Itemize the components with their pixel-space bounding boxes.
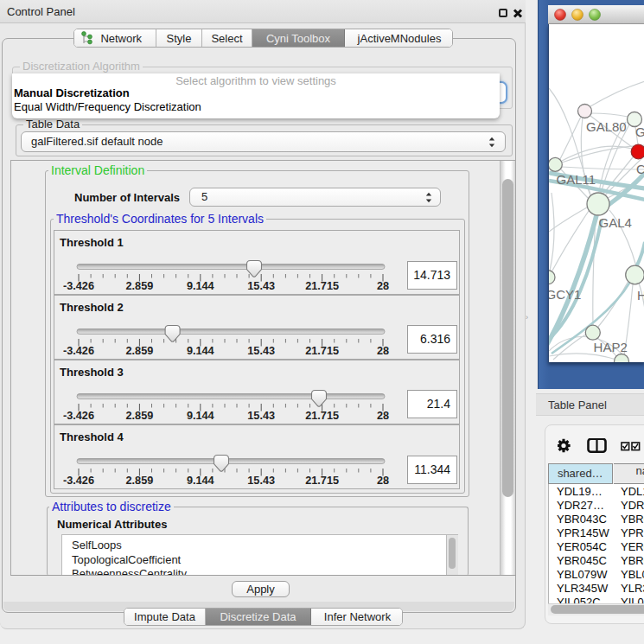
svg-text:21.715: 21.715	[305, 280, 339, 292]
svg-text:GA: GA	[635, 124, 644, 139]
svg-text:2.859: 2.859	[126, 410, 154, 422]
svg-text:15.43: 15.43	[247, 475, 275, 487]
svg-text:9.144: 9.144	[187, 280, 214, 292]
svg-text:-3.426: -3.426	[63, 410, 94, 422]
svg-text:28: 28	[377, 475, 389, 487]
svg-text:28: 28	[377, 345, 389, 357]
svg-text:GAL11: GAL11	[557, 172, 596, 187]
svg-text:15.43: 15.43	[247, 345, 275, 357]
svg-text:9.144: 9.144	[187, 345, 214, 357]
svg-text:GAL4: GAL4	[599, 215, 632, 230]
svg-text:-3.426: -3.426	[63, 280, 94, 292]
svg-text:2.859: 2.859	[126, 475, 154, 487]
svg-text:15.43: 15.43	[247, 280, 275, 292]
svg-text:15.43: 15.43	[247, 410, 275, 422]
svg-text:HAP2: HAP2	[594, 340, 628, 354]
svg-text:H: H	[637, 288, 644, 303]
svg-text:C: C	[636, 162, 644, 176]
svg-text:GCY1: GCY1	[549, 287, 581, 302]
svg-text:21.715: 21.715	[305, 345, 339, 357]
svg-text:2.859: 2.859	[126, 280, 154, 292]
svg-text:28: 28	[377, 280, 389, 292]
svg-text:9.144: 9.144	[187, 475, 214, 487]
svg-text:21.715: 21.715	[305, 410, 339, 422]
svg-text:28: 28	[377, 410, 389, 422]
svg-text:9.144: 9.144	[187, 410, 214, 422]
svg-text:GAL80: GAL80	[586, 119, 627, 134]
svg-text:2.859: 2.859	[126, 345, 154, 357]
svg-text:-3.426: -3.426	[63, 345, 94, 357]
svg-text:21.715: 21.715	[305, 475, 339, 487]
svg-text:-3.426: -3.426	[63, 475, 94, 487]
